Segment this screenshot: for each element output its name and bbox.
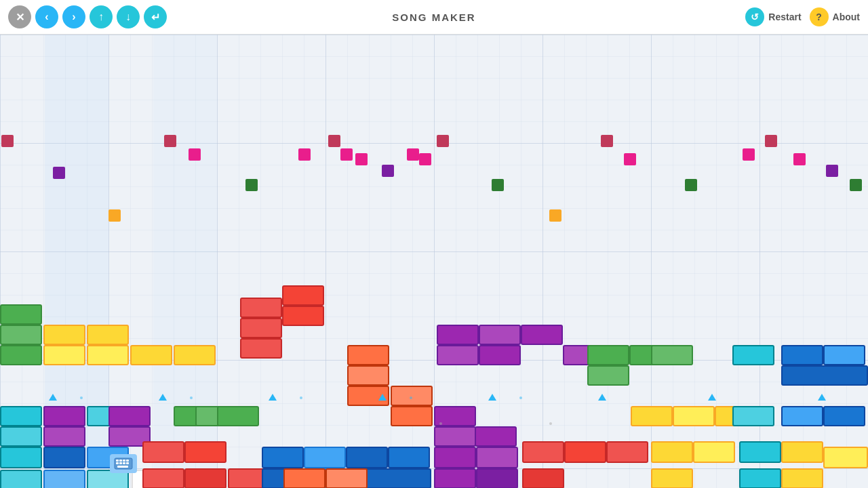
- brick-green[interactable]: [587, 345, 629, 365]
- brick-orange[interactable]: [347, 345, 389, 365]
- restart-button[interactable]: ↺ Restart: [745, 7, 801, 26]
- brick-purple[interactable]: [437, 345, 479, 365]
- brick-yellow[interactable]: [781, 441, 823, 463]
- brick-yellow[interactable]: [693, 441, 735, 463]
- brick-yellow[interactable]: [43, 325, 85, 345]
- brick-purple[interactable]: [521, 325, 563, 345]
- forward-button[interactable]: ›: [62, 5, 85, 28]
- brick-green[interactable]: [0, 345, 42, 365]
- brick-blue-dark[interactable]: [43, 447, 85, 468]
- brick-teal-bottom[interactable]: [739, 468, 781, 488]
- brick-purple-bottom2[interactable]: [476, 468, 518, 488]
- brick-orange[interactable]: [391, 406, 433, 426]
- brick-blue[interactable]: [304, 447, 346, 468]
- brick-red[interactable]: [184, 468, 226, 488]
- brick-yellow[interactable]: [43, 345, 85, 365]
- brick-green[interactable]: [651, 345, 693, 365]
- brick-yellow[interactable]: [651, 441, 693, 463]
- note[interactable]: [298, 148, 311, 161]
- note[interactable]: [492, 179, 504, 191]
- note[interactable]: [419, 153, 431, 165]
- brick-blue[interactable]: [823, 406, 865, 426]
- note[interactable]: [793, 153, 806, 165]
- down-button[interactable]: ↓: [117, 5, 140, 28]
- brick-purple[interactable]: [43, 426, 85, 447]
- brick-red[interactable]: [142, 441, 184, 463]
- note[interactable]: [189, 148, 201, 161]
- brick-cyan[interactable]: [0, 470, 42, 488]
- brick-yellow-far[interactable]: [781, 468, 823, 488]
- brick-purple[interactable]: [479, 325, 521, 345]
- brick-purple-bottom[interactable]: [434, 468, 476, 488]
- note[interactable]: [826, 165, 838, 177]
- brick-blue[interactable]: [388, 447, 430, 468]
- note[interactable]: [437, 135, 449, 147]
- brick-blue[interactable]: [823, 345, 865, 365]
- grid-area[interactable]: [0, 35, 868, 488]
- note[interactable]: [765, 135, 777, 147]
- brick-orange[interactable]: [391, 386, 433, 406]
- brick-orange-bottom[interactable]: [283, 468, 326, 488]
- close-button[interactable]: ✕: [8, 5, 31, 28]
- brick-yellow[interactable]: [631, 406, 673, 426]
- brick-teal[interactable]: [0, 406, 42, 426]
- brick-purple[interactable]: [43, 406, 85, 426]
- note[interactable]: [108, 209, 121, 222]
- brick-red[interactable]: [522, 441, 564, 463]
- brick-purple[interactable]: [434, 426, 476, 447]
- keyboard-button[interactable]: [110, 454, 137, 473]
- note[interactable]: [340, 148, 353, 161]
- note[interactable]: [164, 135, 176, 147]
- note[interactable]: [382, 165, 394, 177]
- brick-blue[interactable]: [781, 345, 823, 365]
- note[interactable]: [549, 209, 561, 222]
- note[interactable]: [624, 153, 636, 165]
- note[interactable]: [53, 167, 65, 179]
- about-button[interactable]: ? About: [810, 7, 860, 26]
- note[interactable]: [355, 153, 368, 165]
- brick-green[interactable]: [0, 325, 42, 345]
- brick-yellow[interactable]: [87, 345, 129, 365]
- brick-red[interactable]: [240, 318, 282, 338]
- enter-button[interactable]: ↵: [144, 5, 167, 28]
- brick-red[interactable]: [240, 298, 282, 318]
- brick-purple[interactable]: [108, 406, 151, 426]
- brick-orange-bottom2[interactable]: [326, 468, 368, 488]
- brick-blue[interactable]: [346, 447, 388, 468]
- note[interactable]: [407, 148, 419, 161]
- brick-red[interactable]: [282, 285, 324, 306]
- brick-yellow[interactable]: [174, 345, 216, 365]
- brick-yellow[interactable]: [673, 406, 715, 426]
- brick-green[interactable]: [587, 365, 629, 386]
- brick-teal[interactable]: [739, 441, 781, 463]
- brick-blue[interactable]: [43, 470, 85, 488]
- brick-teal[interactable]: [732, 406, 774, 426]
- note[interactable]: [850, 179, 862, 191]
- brick-green[interactable]: [217, 406, 259, 426]
- brick-red[interactable]: [606, 441, 648, 463]
- brick-red[interactable]: [142, 468, 184, 488]
- note[interactable]: [743, 148, 755, 161]
- brick-yellow-bottom[interactable]: [651, 468, 693, 488]
- brick-red[interactable]: [564, 441, 606, 463]
- up-button[interactable]: ↑: [90, 5, 113, 28]
- brick-purple[interactable]: [476, 447, 518, 468]
- brick-red[interactable]: [282, 306, 324, 326]
- brick-teal[interactable]: [0, 426, 42, 447]
- brick-yellow[interactable]: [87, 325, 129, 345]
- brick-purple[interactable]: [434, 447, 476, 468]
- brick-purple[interactable]: [479, 345, 521, 365]
- brick-teal[interactable]: [0, 447, 42, 468]
- brick-yellow[interactable]: [130, 345, 172, 365]
- brick-blue[interactable]: [781, 365, 868, 386]
- brick-orange[interactable]: [347, 365, 389, 386]
- brick-blue[interactable]: [262, 447, 304, 468]
- brick-purple[interactable]: [437, 325, 479, 345]
- brick-purple[interactable]: [475, 426, 517, 447]
- note[interactable]: [245, 179, 258, 191]
- brick-yellow[interactable]: [823, 447, 868, 468]
- brick-blue[interactable]: [781, 406, 823, 426]
- brick-green[interactable]: [0, 304, 42, 325]
- note[interactable]: [328, 135, 340, 147]
- brick-red-bottom[interactable]: [522, 468, 564, 488]
